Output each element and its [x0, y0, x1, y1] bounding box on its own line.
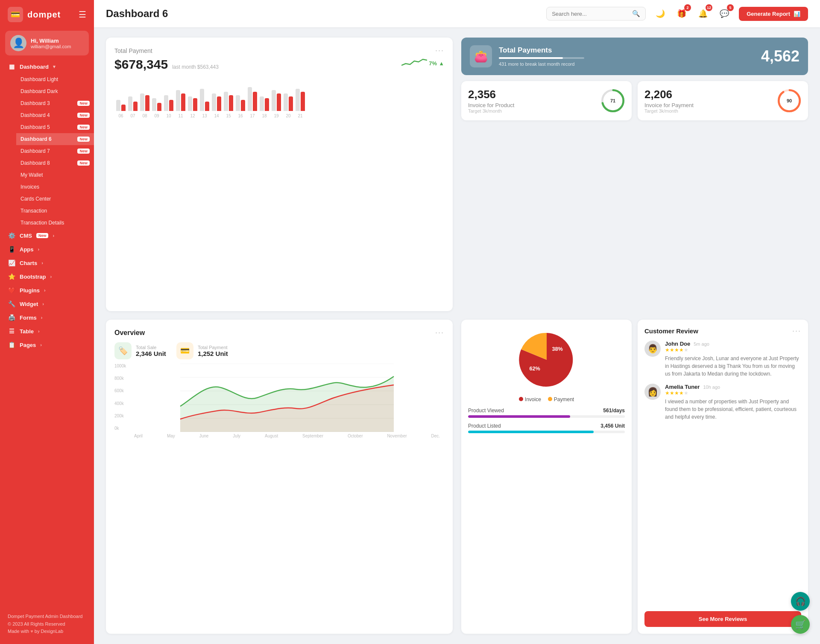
product-viewed-fill: [468, 415, 570, 418]
gift-badge: 2: [684, 4, 691, 11]
bar-gray: [200, 89, 204, 111]
review-time-2: 10h ago: [703, 385, 720, 390]
sidebar-item-dashboard-dark[interactable]: Dashboard Dark: [16, 85, 94, 97]
heart-icon: ♥: [30, 629, 35, 634]
nav-bootstrap-group[interactable]: ⭐ Bootstrap ›: [0, 270, 94, 283]
sale-icon: 🏷️: [114, 342, 132, 359]
product-stats: Product Viewed 561/days Product Listed 3…: [468, 408, 625, 438]
generate-report-button[interactable]: Generate Report 📊: [739, 7, 808, 21]
bar-red: [265, 98, 269, 111]
bar-red: [301, 92, 305, 111]
chevron-right-icon: ›: [42, 301, 44, 306]
total-payment-title: Total Payment: [114, 47, 152, 54]
bar-group: [284, 93, 293, 111]
review-title: Customer Review: [644, 327, 698, 335]
chevron-right-icon: ›: [50, 274, 52, 279]
sidebar-item-cards-center[interactable]: Cards Center: [16, 193, 94, 205]
bar-group: [224, 92, 233, 111]
card-menu-button[interactable]: ···: [435, 46, 444, 55]
invoice-product-card: 2,356 Invoice for Product Target 3k/mont…: [461, 81, 632, 120]
review-text-1: Friendly service Josh, Lunar and everyon…: [665, 355, 801, 378]
nav-pages-group[interactable]: 📋 Pages ›: [0, 338, 94, 352]
tp-number: 4,562: [761, 47, 800, 65]
review-time-1: 5m ago: [694, 341, 709, 347]
nav-section: ▦ Dashboard ▾ Dashboard Light Dashboard …: [0, 60, 94, 608]
bar-x-label: 18: [260, 114, 269, 118]
user-block: 👤 Hi, William william@gmail.com: [5, 31, 89, 55]
sidebar-item-transaction[interactable]: Transaction: [16, 205, 94, 217]
nav-apps-group[interactable]: 📱 Apps ›: [0, 242, 94, 256]
invoice-payment-number: 2,206: [644, 88, 694, 101]
sidebar-item-dashboard-8[interactable]: Dashboard 8 New: [16, 157, 94, 169]
chat-button[interactable]: 💬 5: [717, 6, 732, 21]
donut-product-label: 71: [610, 98, 615, 103]
bar-x-label: 08: [140, 114, 149, 118]
product-listed-label: Product Listed 3,456 Unit: [468, 423, 625, 429]
sidebar-item-dashboard-3[interactable]: Dashboard 3 New: [16, 97, 94, 109]
bell-button[interactable]: 🔔 12: [695, 6, 711, 21]
sidebar-item-dashboard-5[interactable]: Dashboard 5 New: [16, 121, 94, 133]
card-header: Total Payment ···: [114, 46, 444, 55]
overview-menu-button[interactable]: ···: [435, 328, 444, 337]
total-payments-blue-card: 👛 Total Payments 431 more to break last …: [461, 38, 808, 75]
review-menu-button[interactable]: ···: [792, 326, 801, 335]
bar-group: [140, 93, 149, 111]
support-float-button[interactable]: 🎧: [791, 592, 810, 611]
pie-chart-svg: 62% 38%: [517, 330, 577, 390]
bar-gray: [164, 95, 168, 111]
bar-group: [128, 96, 138, 111]
sidebar-item-transaction-details[interactable]: Transaction Details: [16, 217, 94, 229]
main-content: Dashboard 6 🔍 🌙 🎁 2 🔔 12 💬 5 Generate R: [94, 0, 820, 644]
bar-red: [277, 93, 281, 111]
nav-forms-group[interactable]: 🖨️ Forms ›: [0, 311, 94, 324]
nav-cms-group[interactable]: ⚙️ CMS New ›: [0, 229, 94, 242]
bottom-right-panel: 62% 38% Invoice Payment Product Viewed 5…: [461, 320, 808, 634]
nav-widget-group[interactable]: 🔧 Widget ›: [0, 297, 94, 311]
sidebar-item-dashboard-4[interactable]: Dashboard 4 New: [16, 109, 94, 121]
review-item-1: 👨 John Doe 5m ago ★★★★★ Friendly service…: [644, 341, 801, 378]
user-email: william@gmail.com: [31, 44, 71, 49]
bar-gray: [284, 93, 288, 111]
sidebar-item-dashboard-7[interactable]: Dashboard 7 New: [16, 145, 94, 157]
bar-red: [229, 95, 233, 111]
product-viewed-val: 561/days: [603, 408, 625, 414]
invoice-product-label: Invoice for Product: [468, 102, 514, 108]
bar-red: [133, 102, 138, 111]
stat-pay-val: 1,252 Unit: [198, 350, 228, 357]
bar-gray: [260, 96, 264, 111]
bar-red: [121, 105, 126, 111]
bar-gray: [116, 100, 120, 111]
bar-x-label: 13: [200, 114, 209, 118]
bar-group: [200, 89, 209, 111]
bar-group: [248, 87, 257, 111]
user-name: Hi, William: [31, 38, 71, 44]
trend-up-icon: [401, 57, 427, 70]
invoice-payment-card: 2,206 Invoice for Payment Target 3k/mont…: [638, 81, 808, 120]
right-top-panel: 👛 Total Payments 431 more to break last …: [461, 38, 808, 311]
sidebar-item-invoices[interactable]: Invoices: [16, 181, 94, 193]
see-more-reviews-button[interactable]: See More Reviews: [644, 611, 801, 627]
stat-pay-label: Total Payment: [198, 345, 228, 350]
new-badge: New: [77, 160, 90, 166]
sidebar-item-my-wallet[interactable]: My Wallet: [16, 169, 94, 181]
nav-dashboard-group[interactable]: ▦ Dashboard ▾: [0, 60, 94, 73]
chevron-right-icon: ›: [44, 288, 46, 293]
moon-button[interactable]: 🌙: [653, 6, 668, 21]
search-input[interactable]: [552, 11, 629, 17]
hamburger-icon[interactable]: ☰: [79, 9, 86, 20]
donut-payment: 90: [777, 89, 801, 113]
review-item-2: 👩 Amelia Tuner 10h ago ★★★★★ I viewed a …: [644, 384, 801, 421]
nav-plugins-group[interactable]: ❤️ Plugins ›: [0, 283, 94, 297]
bar-group: [164, 95, 173, 111]
nav-table-group[interactable]: ☰ Table ›: [0, 324, 94, 338]
bar-gray: [176, 90, 180, 111]
invoice-product-number: 2,356: [468, 88, 514, 101]
svg-text:38%: 38%: [552, 346, 562, 352]
logo-icon: 💳: [8, 7, 23, 22]
sidebar-item-dashboard-6[interactable]: Dashboard 6 New: [16, 133, 94, 145]
cart-float-button[interactable]: 🛒: [791, 615, 810, 634]
gift-button[interactable]: 🎁 2: [674, 6, 689, 21]
nav-charts-group[interactable]: 📈 Charts ›: [0, 256, 94, 270]
footer-made: Made with ♥ by DexignLab: [8, 628, 86, 635]
sidebar-item-dashboard-light[interactable]: Dashboard Light: [16, 73, 94, 85]
